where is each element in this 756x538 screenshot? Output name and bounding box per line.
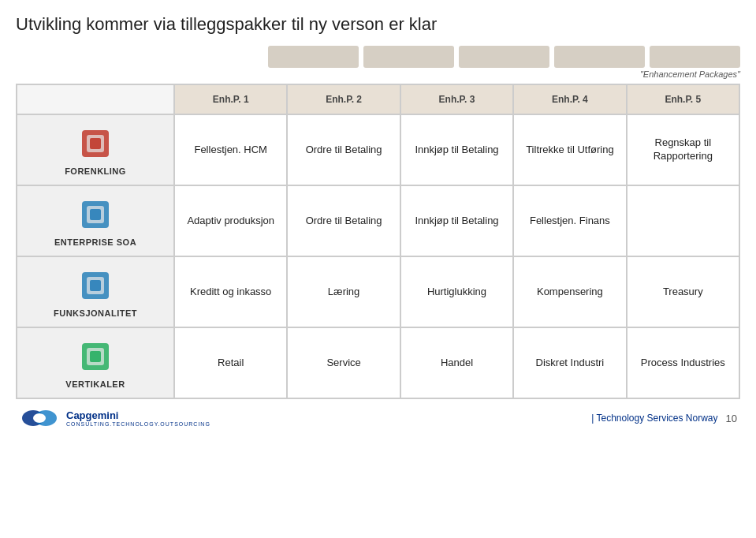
svg-rect-5 <box>90 209 101 220</box>
cell-forenkling-3: Innkjøp til Betaling <box>400 114 513 185</box>
cell-funksjonalitet-4: Kompensering <box>513 256 626 327</box>
cell-enterprise-5 <box>627 185 739 256</box>
cell-forenkling-4: Tiltrekke til Utføring <box>513 114 626 185</box>
header-empty <box>17 84 174 114</box>
svg-point-14 <box>33 413 46 423</box>
enh-bars-row <box>16 46 740 68</box>
footer: Capgemini CONSULTING.TECHNOLOGY.OUTSOURC… <box>16 405 740 431</box>
enhancement-label: "Enhancement Packages" <box>475 69 740 79</box>
cell-funksjonalitet-3: Hurtiglukking <box>400 256 513 327</box>
cell-funksjonalitet-1: Kreditt og inkasso <box>174 256 287 327</box>
capgemini-logo-icon <box>19 405 60 431</box>
page-title: Utvikling kommer via tilleggspakker til … <box>16 14 740 35</box>
cell-enterprise-3: Innkjøp til Betaling <box>400 185 513 256</box>
page-number: 10 <box>726 413 737 424</box>
cell-vertikaler-3: Handel <box>400 327 513 398</box>
enterprise-soa-label: ENTERPRISE SOA <box>54 237 136 247</box>
row-label-forenkling: FORENKLING <box>17 114 174 185</box>
row-label-vertikaler: VERTIKALER <box>17 327 174 398</box>
cell-funksjonalitet-2: Læring <box>287 256 400 327</box>
row-label-funksjonalitet: FUNKSJONALITET <box>17 256 174 327</box>
cell-vertikaler-5: Process Industries <box>627 327 739 398</box>
forenkling-label: FORENKLING <box>65 166 126 176</box>
cell-vertikaler-1: Retail <box>174 327 287 398</box>
enhancement-area: "Enhancement Packages" <box>16 46 740 80</box>
header-enh4: Enh.P. 4 <box>513 84 626 114</box>
forenkling-icon <box>76 124 115 163</box>
vertikaler-icon <box>76 337 115 376</box>
cell-forenkling-2: Ordre til Betaling <box>287 114 400 185</box>
enh-bar-2 <box>363 46 454 68</box>
cell-enterprise-2: Ordre til Betaling <box>287 185 400 256</box>
cell-enterprise-1: Adaptiv produksjon <box>174 185 287 256</box>
cell-vertikaler-4: Diskret Industri <box>513 327 626 398</box>
row-label-enterprise-soa: ENTERPRISE SOA <box>17 185 174 256</box>
header-enh3: Enh.P. 3 <box>400 84 513 114</box>
enh-bar-1 <box>268 46 359 68</box>
capgemini-subtext: CONSULTING.TECHNOLOGY.OUTSOURCING <box>66 421 210 427</box>
svg-rect-11 <box>90 351 101 362</box>
header-enh1: Enh.P. 1 <box>174 84 287 114</box>
cell-vertikaler-2: Service <box>287 327 400 398</box>
tech-services-text: | Technology Services Norway <box>591 413 717 424</box>
header-enh5: Enh.P. 5 <box>627 84 739 114</box>
cell-enterprise-4: Fellestjen. Finans <box>513 185 626 256</box>
svg-rect-8 <box>90 280 101 291</box>
footer-right: | Technology Services Norway 10 <box>591 413 737 424</box>
cell-forenkling-5: Regnskap til Rapportering <box>627 114 739 185</box>
main-grid: Enh.P. 1 Enh.P. 2 Enh.P. 3 Enh.P. 4 Enh.… <box>16 84 740 399</box>
enh-bar-5 <box>650 46 740 68</box>
cell-forenkling-1: Fellestjen. HCM <box>174 114 287 185</box>
enterprise-soa-icon <box>76 195 115 234</box>
header-enh2: Enh.P. 2 <box>287 84 400 114</box>
svg-rect-2 <box>90 138 101 149</box>
enh-bar-3 <box>459 46 549 68</box>
capgemini-text-block: Capgemini CONSULTING.TECHNOLOGY.OUTSOURC… <box>66 409 210 427</box>
page-container: Utvikling kommer via tilleggspakker til … <box>0 0 756 538</box>
capgemini-name: Capgemini <box>66 409 210 421</box>
cell-funksjonalitet-5: Treasury <box>627 256 739 327</box>
vertikaler-label: VERTIKALER <box>65 379 125 389</box>
funksjonalitet-label: FUNKSJONALITET <box>54 308 137 318</box>
funksjonalitet-icon <box>76 266 115 305</box>
capgemini-logo: Capgemini CONSULTING.TECHNOLOGY.OUTSOURC… <box>19 405 210 431</box>
enh-bar-4 <box>554 46 645 68</box>
